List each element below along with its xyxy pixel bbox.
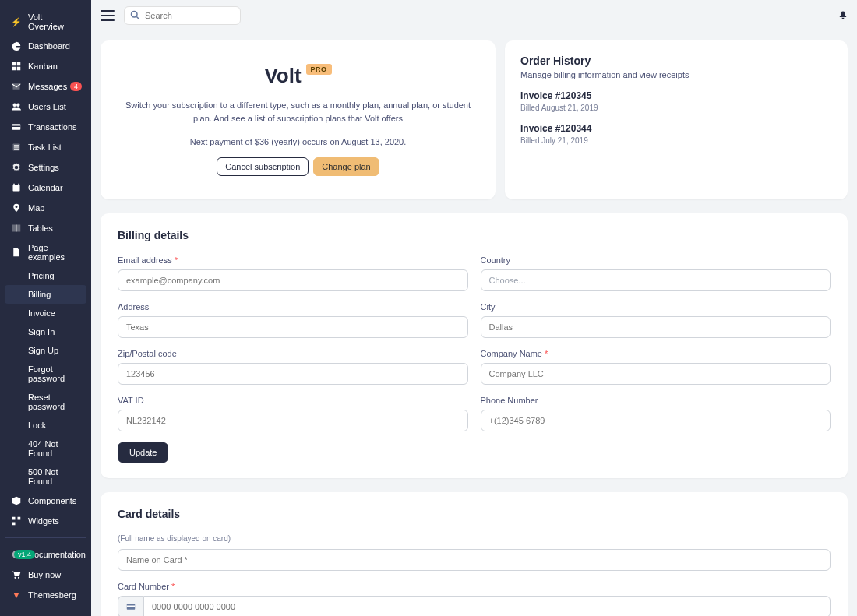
- email-label: Email address *: [118, 255, 468, 265]
- vat-label: VAT ID: [118, 396, 468, 405]
- sidebar-item-messages[interactable]: Messages4: [5, 76, 86, 97]
- sidebar-sub-forgot[interactable]: Forgot password: [5, 360, 86, 388]
- sidebar-item-transactions[interactable]: Transactions: [5, 117, 86, 137]
- notifications-button[interactable]: [838, 10, 848, 22]
- sidebar-sub-signup[interactable]: Sign Up: [5, 341, 86, 360]
- messages-badge: 4: [70, 82, 82, 91]
- plan-description: Switch your subscription to a different …: [119, 99, 477, 125]
- svg-rect-19: [127, 606, 136, 607]
- svg-rect-12: [18, 517, 21, 520]
- pin-icon: [11, 202, 22, 213]
- svg-point-15: [14, 577, 16, 579]
- change-plan-button[interactable]: Change plan: [313, 157, 379, 176]
- email-input[interactable]: [118, 269, 468, 291]
- order-history-title: Order History: [520, 55, 832, 67]
- billing-title: Billing details: [118, 229, 831, 241]
- calendar-icon: [11, 182, 22, 193]
- cancel-subscription-button[interactable]: Cancel subscription: [217, 157, 309, 176]
- card-details-card: Card details (Full name as displayed on …: [101, 492, 848, 616]
- search-input[interactable]: [124, 6, 241, 25]
- sidebar-item-users[interactable]: Users List: [5, 97, 86, 117]
- company-input[interactable]: [481, 363, 831, 385]
- sidebar-sub-invoice[interactable]: Invoice: [5, 304, 86, 322]
- sidebar: ⚡ Volt Overview Dashboard Kanban Message…: [0, 0, 91, 616]
- invoice-row[interactable]: Invoice #120345 Billed August 21, 2019: [520, 90, 832, 112]
- card-name-input[interactable]: [118, 549, 831, 571]
- sidebar-sub-500[interactable]: 500 Not Found: [5, 463, 86, 491]
- city-input[interactable]: [481, 316, 831, 338]
- svg-rect-13: [12, 523, 16, 526]
- sidebar-item-kanban[interactable]: Kanban: [5, 56, 86, 76]
- cart-icon: [11, 569, 22, 580]
- svg-rect-2: [12, 67, 16, 71]
- svg-rect-11: [12, 517, 16, 520]
- svg-rect-0: [12, 62, 16, 66]
- sidebar-item-calendar[interactable]: Calendar: [5, 178, 86, 198]
- sidebar-item-themesberg[interactable]: ▼Themesberg: [5, 585, 86, 605]
- invoice-row[interactable]: Invoice #120344 Billed July 21, 2019: [520, 123, 832, 145]
- topbar: [91, 0, 857, 31]
- sidebar-item-page-examples[interactable]: Page examples: [5, 238, 86, 266]
- file-icon: [11, 247, 22, 258]
- plan-next-payment: Next payment of $36 (yearly) occurs on A…: [119, 137, 477, 146]
- city-label: City: [481, 302, 831, 312]
- table-icon: [11, 223, 22, 234]
- sidebar-sub-lock[interactable]: Lock: [5, 416, 86, 435]
- sidebar-sub-billing[interactable]: Billing: [5, 285, 86, 304]
- billing-update-button[interactable]: Update: [118, 442, 168, 463]
- credit-card-icon: [118, 596, 143, 616]
- sidebar-item-tables[interactable]: Tables: [5, 218, 86, 238]
- grid-icon: [11, 61, 22, 72]
- docs-version-badge: v1.4: [14, 550, 35, 559]
- sidebar-sub-signin[interactable]: Sign In: [5, 322, 86, 341]
- brand[interactable]: ⚡ Volt Overview: [5, 8, 86, 36]
- address-input[interactable]: [118, 316, 468, 338]
- card-number-input[interactable]: [143, 596, 831, 616]
- billing-details-card: Billing details Email address * Country …: [101, 213, 848, 478]
- chart-pie-icon: [11, 40, 22, 51]
- card-icon: [11, 121, 22, 132]
- sidebar-separator: [5, 537, 86, 538]
- vat-input[interactable]: [118, 410, 468, 431]
- order-history-subtitle: Manage billing information and view rece…: [520, 70, 832, 79]
- svg-point-17: [132, 12, 138, 18]
- sidebar-item-map[interactable]: Map: [5, 198, 86, 218]
- svg-rect-1: [17, 62, 21, 66]
- search-wrap: [124, 6, 241, 25]
- sidebar-item-buy[interactable]: Buy now: [5, 565, 86, 585]
- svg-rect-3: [17, 67, 21, 71]
- bolt-icon: ⚡: [11, 16, 22, 27]
- menu-toggle-button[interactable]: [101, 10, 115, 21]
- sidebar-sub-pricing[interactable]: Pricing: [5, 266, 86, 285]
- country-select[interactable]: Choose...: [481, 269, 831, 291]
- zip-label: Zip/Postal code: [118, 349, 468, 358]
- svg-rect-9: [13, 185, 20, 191]
- gear-icon: [11, 162, 22, 173]
- sidebar-item-widgets[interactable]: Widgets: [5, 511, 86, 531]
- sidebar-item-components[interactable]: Components: [5, 491, 86, 511]
- flame-icon: ▼: [11, 590, 22, 600]
- svg-rect-7: [12, 126, 21, 128]
- sidebar-item-tasklist[interactable]: Task List: [5, 137, 86, 157]
- card-number-label: Card Number *: [118, 582, 831, 591]
- sidebar-sub-404[interactable]: 404 Not Found: [5, 435, 86, 463]
- plan-card: Volt PRO Switch your subscription to a d…: [101, 40, 496, 199]
- inbox-icon: [11, 81, 22, 92]
- order-history-card: Order History Manage billing information…: [505, 40, 848, 199]
- card-hint: (Full name as displayed on card): [118, 534, 831, 543]
- card-title: Card details: [118, 508, 831, 520]
- sidebar-item-dashboard[interactable]: Dashboard: [5, 36, 86, 56]
- country-label: Country: [481, 255, 831, 265]
- svg-point-5: [16, 104, 20, 107]
- box-icon: [11, 495, 22, 506]
- address-label: Address: [118, 302, 468, 312]
- phone-input[interactable]: [481, 410, 831, 431]
- sidebar-item-settings[interactable]: Settings: [5, 157, 86, 178]
- sidebar-sub-reset[interactable]: Reset password: [5, 388, 86, 416]
- sidebar-item-docs[interactable]: Documentationv1.4: [5, 544, 86, 565]
- plan-title: Volt PRO: [264, 64, 331, 88]
- zip-input[interactable]: [118, 363, 468, 385]
- company-label: Company Name *: [481, 349, 831, 358]
- brand-label: Volt Overview: [28, 12, 80, 31]
- users-icon: [11, 101, 22, 112]
